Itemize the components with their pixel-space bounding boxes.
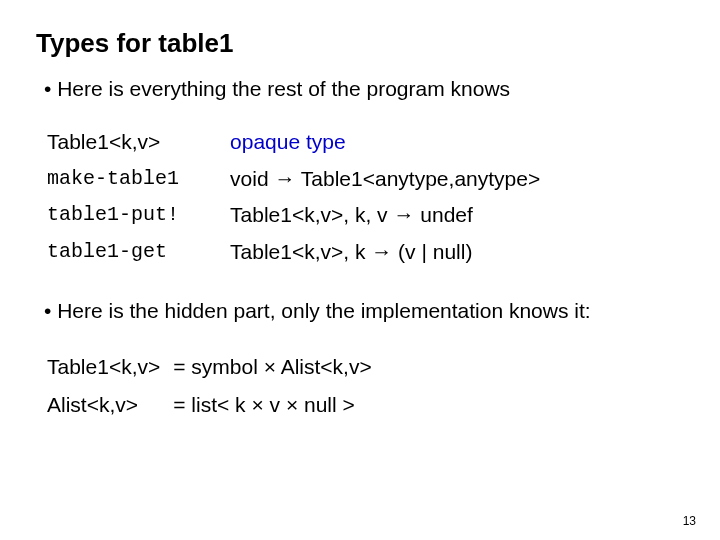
def-lhs: Table1<k,v>	[46, 349, 170, 385]
type-desc: Table1<k,v>, k, v → undef	[229, 198, 588, 233]
table-row: table1-put! Table1<k,v>, k, v → undef	[46, 198, 588, 233]
type-desc: void → Table1<anytype,anytype>	[229, 162, 588, 197]
def-lhs: Alist<k,v>	[46, 387, 170, 423]
def-rhs: = symbol × Alist<k,v>	[172, 349, 381, 385]
type-desc: opaque type	[229, 125, 588, 160]
slide-title: Types for table1	[36, 28, 684, 59]
type-name: table1-get	[46, 235, 227, 270]
table-row: Table1<k,v> = symbol × Alist<k,v>	[46, 349, 382, 385]
hidden-defs-table: Table1<k,v> = symbol × Alist<k,v> Alist<…	[44, 347, 384, 424]
type-name: table1-put!	[46, 198, 227, 233]
type-name: make-table1	[46, 162, 227, 197]
type-name: Table1<k,v>	[46, 125, 227, 160]
def-rhs: = list< k × v × null >	[172, 387, 381, 423]
hidden-bullet: Here is the hidden part, only the implem…	[44, 299, 684, 323]
page-number: 13	[683, 514, 696, 528]
intro-bullet: Here is everything the rest of the progr…	[44, 77, 684, 101]
type-signatures-table: Table1<k,v> opaque type make-table1 void…	[44, 123, 590, 271]
table-row: table1-get Table1<k,v>, k → (v | null)	[46, 235, 588, 270]
table-row: Alist<k,v> = list< k × v × null >	[46, 387, 382, 423]
table-row: Table1<k,v> opaque type	[46, 125, 588, 160]
type-desc: Table1<k,v>, k → (v | null)	[229, 235, 588, 270]
table-row: make-table1 void → Table1<anytype,anytyp…	[46, 162, 588, 197]
slide: Types for table1 Here is everything the …	[0, 0, 720, 540]
